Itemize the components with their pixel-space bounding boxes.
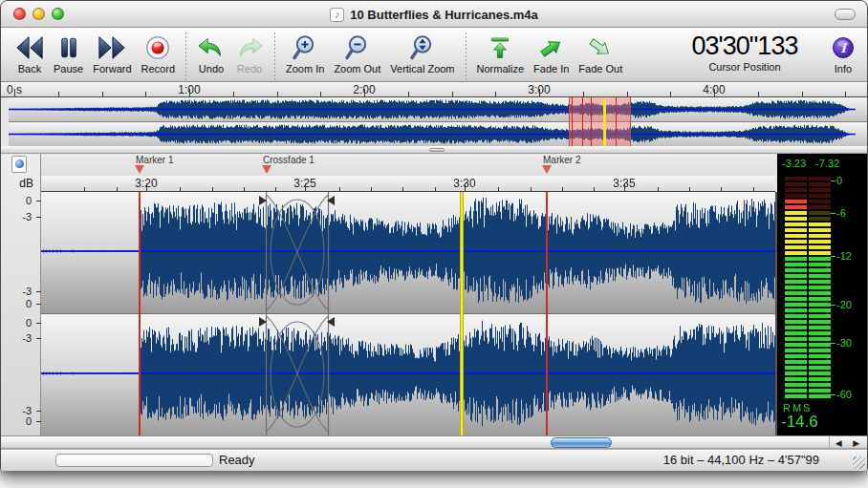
pause-icon [56,32,81,62]
ruler-tick [58,92,59,96]
fade-out-button[interactable]: Fade Out [574,32,627,79]
ruler-tick [531,187,532,191]
ruler-tick [670,92,671,96]
title-bar[interactable]: ♪ 10 Butterflies & Hurricanes.m4a [1,1,867,28]
ruler-tick [583,92,584,96]
status-message: Ready [219,453,255,467]
meter-segment-icon [785,257,807,261]
info-button[interactable]: i Info [825,32,861,79]
scrollbar-thumb[interactable] [551,437,612,448]
meter-segment-icon [809,291,831,295]
pause-button[interactable]: Pause [49,32,88,79]
ruler-tick [233,92,234,96]
main-waveform[interactable] [41,192,777,435]
ruler-tick [244,187,245,191]
scroll-right-arrow-icon[interactable]: ▶ [853,438,859,448]
vertical-zoom-button[interactable]: Vertical Zoom [385,32,459,79]
meter-segment-icon [809,234,831,238]
fade-in-button[interactable]: Fade In [529,32,574,79]
meter-segment-icon [809,188,831,192]
meter-segment-icon [785,234,807,238]
meter-scale-tick-icon [831,394,835,395]
horizontal-scrollbar[interactable]: ◀ ▶ [1,435,867,449]
marker1-line[interactable] [139,192,141,435]
meter-segment-icon [785,354,807,358]
scroll-left-arrow-icon[interactable]: ◀ [835,438,842,448]
ruler-tick [562,187,563,191]
meter-segment-icon [785,274,807,278]
ruler-tick [758,92,759,96]
meter-segment-icon [809,366,831,370]
resize-grip[interactable] [853,456,865,469]
ruler-tick [371,187,372,191]
ruler-tick [627,92,628,96]
marker2-line[interactable] [546,192,548,435]
overview-marker-line [616,97,617,146]
zoom-out-button[interactable]: Zoom Out [329,32,385,79]
normalize-button[interactable]: Normalize [472,32,530,79]
zoom-in-button[interactable]: Zoom In [281,32,329,79]
meter-segment-icon [785,331,807,335]
toolbar-toggle-pill[interactable] [835,9,856,20]
ruler-tick [845,92,846,96]
ruler-tick [689,187,690,191]
meter-scale-tick-icon [831,305,835,306]
back-button[interactable]: Back [11,32,49,79]
marker-flag-icon[interactable] [542,165,552,174]
meter-segment-icon [785,337,807,341]
forward-button[interactable]: Forward [88,32,136,79]
meter-segment-icon [809,331,831,335]
meter-scale-number: -12 [836,250,865,262]
redo-icon [235,32,264,62]
record-button[interactable]: Record [137,32,180,79]
ruler-tick [212,187,213,191]
splitter-handle-icon[interactable] [429,148,445,152]
ruler-tick [465,183,466,191]
meter-segment-icon [809,257,831,261]
overview-marker-line [582,97,583,146]
undo-button[interactable]: Undo [192,32,230,79]
meter-segment-icon [785,217,807,221]
marker-flag-icon[interactable] [262,165,271,174]
meter-segment-icon [785,211,807,215]
redo-button[interactable]: Redo [230,32,269,79]
meter-segment-icon [809,240,831,244]
overview-selection-region[interactable] [569,97,631,146]
meter-segment-icon [809,268,831,272]
normalize-icon [487,32,513,62]
meter-segment-icon [809,274,831,278]
crossfade-widget [259,192,335,435]
meter-scale-number: -20 [836,299,865,310]
marker-bar[interactable]: Marker 1Crossfade 1Marker 2 [41,154,775,176]
ruler-tick [658,187,659,191]
playback-cursor-line[interactable] [460,192,464,435]
ruler-tick [102,92,103,96]
db-scale-number: 0 [3,298,32,309]
meter-segment-icon [809,371,831,375]
meter-segment-icon [809,326,831,329]
meter-segment-icon [809,377,831,381]
toolbar: Back Pause Forward Record Undo Redo Zoom… [1,28,867,82]
marker-flag-icon[interactable] [135,165,144,174]
document-proxy-icon[interactable]: ♪ [330,8,344,22]
meter-segment-icon [809,223,831,226]
toolbar-separator [466,32,467,80]
main-time-ruler[interactable]: 3:203:253:303:35 [41,176,775,192]
zoom-out-icon [344,32,371,62]
overview-time-ruler[interactable]: 0 s1:002:003:004:00 [1,82,867,97]
fade-in-icon [537,32,566,62]
info-icon: i [830,32,857,62]
cursor-position-label: Cursor Position [708,61,780,73]
meter-segment-icon [785,377,807,381]
zoom-in-icon [292,32,318,62]
overview-waveform[interactable] [9,97,867,146]
ruler-tick [320,92,321,96]
overview-cursor-line [603,97,606,146]
meter-segment-icon [785,366,807,370]
meter-segment-icon [785,280,807,284]
cursor-position-display: 03'30"133 Cursor Position [668,32,821,73]
audio-track-icon[interactable] [11,156,27,173]
ruler-tick [802,92,803,96]
pane-splitter[interactable] [1,146,867,154]
meter-scale-number: -30 [836,337,865,349]
